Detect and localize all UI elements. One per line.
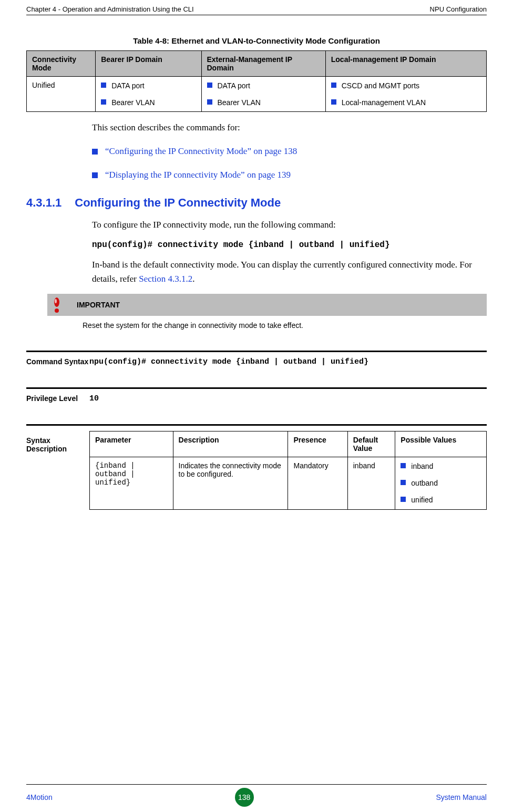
- list-item: inband: [401, 461, 481, 471]
- paragraph: In-band is the default connectivity mode…: [92, 258, 487, 286]
- link-display-mode[interactable]: “Displaying the IP connectivity Mode” on…: [105, 170, 291, 180]
- privilege-level-label: Privilege Level: [26, 394, 89, 403]
- col-parameter: Parameter: [90, 431, 173, 457]
- col-default: Default Value: [347, 431, 395, 457]
- text: .: [192, 274, 194, 284]
- table-header-row: Parameter Description Presence Default V…: [90, 431, 487, 457]
- col-connectivity-mode: Connectivity Mode: [27, 51, 96, 77]
- syntax-description-label: Syntax Description: [26, 431, 89, 510]
- col-local-mgmt: Local-management IP Domain: [325, 51, 486, 77]
- col-external-mgmt: External-Management IP Domain: [201, 51, 325, 77]
- intro-paragraph: This section describes the commands for:: [92, 122, 487, 133]
- cell-possible: inband outband unified: [395, 457, 487, 509]
- svg-point-2: [55, 299, 57, 303]
- list-item: Bearer VLAN: [207, 98, 320, 107]
- list-item: Bearer VLAN: [101, 98, 196, 107]
- command-syntax-value: npu(config)# connectivity mode {inband |…: [89, 357, 487, 366]
- header-right: NPU Configuration: [430, 5, 487, 13]
- table-row: Unified DATA port Bearer VLAN DATA port …: [27, 77, 487, 112]
- header-rule: [26, 15, 487, 15]
- cell-default: inband: [347, 457, 395, 509]
- important-header: IMPORTANT: [47, 294, 487, 316]
- list-item: DATA port: [207, 81, 320, 90]
- page-footer: 4Motion 138 System Manual: [26, 784, 487, 807]
- section-links: “Configuring the IP Connectivity Mode” o…: [92, 146, 487, 180]
- privilege-level-row: Privilege Level 10: [26, 387, 487, 403]
- command-syntax-label: Command Syntax: [26, 357, 89, 366]
- cell-parameter: {inband | outband | unified}: [90, 457, 173, 509]
- list-item: “Configuring the IP Connectivity Mode” o…: [92, 146, 487, 157]
- col-possible: Possible Values: [395, 431, 487, 457]
- list-item: unified: [401, 495, 481, 505]
- table-caption: Table 4-8: Ethernet and VLAN-to-Connecti…: [26, 36, 487, 45]
- ethernet-vlan-table: Connectivity Mode Bearer IP Domain Exter…: [26, 50, 487, 112]
- list-item: DATA port: [101, 81, 196, 90]
- cell-ext-mgmt: DATA port Bearer VLAN: [201, 77, 325, 112]
- list-item: outband: [401, 478, 481, 488]
- col-bearer-ip: Bearer IP Domain: [96, 51, 201, 77]
- cell-bearer: DATA port Bearer VLAN: [96, 77, 201, 112]
- header-left: Chapter 4 - Operation and Administration…: [26, 5, 194, 13]
- command-line: npu(config)# connectivity mode {inband |…: [92, 240, 487, 250]
- syntax-table: Parameter Description Presence Default V…: [89, 431, 487, 510]
- paragraph: To configure the IP connectivity mode, r…: [92, 218, 487, 232]
- page-number-badge: 138: [235, 788, 254, 807]
- command-syntax-row: Command Syntax npu(config)# connectivity…: [26, 351, 487, 366]
- cell-local-mgmt: CSCD and MGMT ports Local-management VLA…: [325, 77, 486, 112]
- footer-right[interactable]: System Manual: [436, 793, 487, 801]
- section-number: 4.3.1.1: [26, 196, 61, 210]
- cell-presence: Mandatory: [288, 457, 347, 509]
- list-item: Local-management VLAN: [331, 98, 481, 107]
- page-header: Chapter 4 - Operation and Administration…: [26, 0, 487, 15]
- section-heading: 4.3.1.1 Configuring the IP Connectivity …: [26, 196, 487, 210]
- privilege-level-value: 10: [89, 394, 487, 403]
- svg-point-1: [55, 309, 59, 313]
- link-configure-mode[interactable]: “Configuring the IP Connectivity Mode” o…: [105, 146, 297, 156]
- footer-left[interactable]: 4Motion: [26, 793, 53, 801]
- syntax-description-row: Syntax Description Parameter Description…: [26, 424, 487, 510]
- list-item: CSCD and MGMT ports: [331, 81, 481, 90]
- table-header-row: Connectivity Mode Bearer IP Domain Exter…: [27, 51, 487, 77]
- list-item: “Displaying the IP connectivity Mode” on…: [92, 170, 487, 180]
- cell-mode: Unified: [27, 77, 96, 112]
- table-row: {inband | outband | unified} Indicates t…: [90, 457, 487, 509]
- section-title: Configuring the IP Connectivity Mode: [75, 196, 281, 210]
- section-ref-link[interactable]: Section 4.3.1.2: [139, 274, 192, 284]
- important-note: IMPORTANT Reset the system for the chang…: [47, 294, 487, 335]
- col-presence: Presence: [288, 431, 347, 457]
- exclamation-icon: [53, 297, 61, 313]
- important-text: Reset the system for the change in conne…: [47, 316, 487, 335]
- cell-description: Indicates the connectivity mode to be co…: [173, 457, 288, 509]
- important-label: IMPORTANT: [77, 301, 120, 309]
- col-description: Description: [173, 431, 288, 457]
